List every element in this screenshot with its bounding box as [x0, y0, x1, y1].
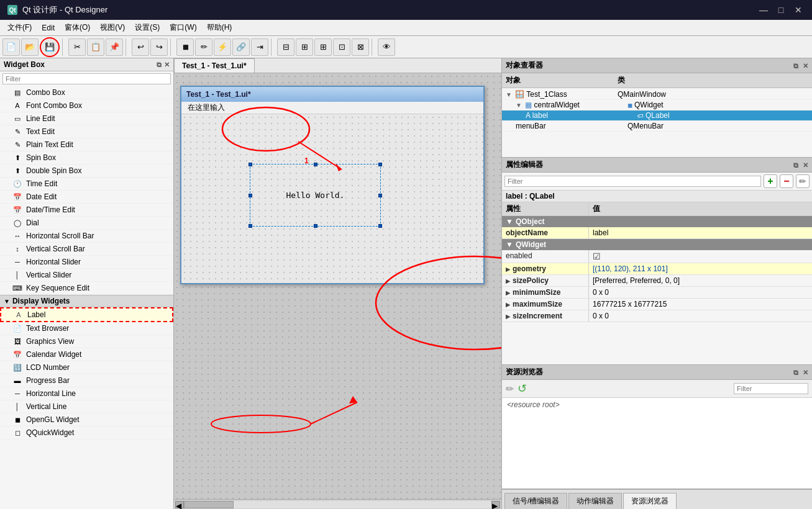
expand-minsize[interactable]: ▶: [506, 290, 510, 296]
expand-sizepolicy[interactable]: ▶: [506, 278, 510, 284]
list-item[interactable]: ↔ Horizontal Scroll Bar: [0, 230, 173, 243]
toolbar-redo[interactable]: ↪: [150, 38, 168, 56]
toolbar-tab-mode[interactable]: ⇥: [251, 38, 268, 56]
list-item[interactable]: ⬆ Double Spin Box: [0, 164, 173, 178]
handle-mid-right[interactable]: [378, 194, 382, 197]
form-window[interactable]: Test_1 - Test_1.ui* 在这里输入: [180, 86, 485, 284]
list-item[interactable]: ─ Horizontal Slider: [0, 256, 173, 269]
handle-top-mid[interactable]: [314, 163, 317, 166]
toolbar-paste[interactable]: 📌: [106, 38, 123, 56]
toolbar-layout-v[interactable]: ⊞: [296, 38, 313, 56]
tab-resource-browser[interactable]: 资源浏览器: [623, 493, 677, 509]
inspector-close-btn[interactable]: ✕: [803, 62, 808, 70]
toolbar-undo[interactable]: ↩: [132, 38, 149, 56]
expand-icon-central[interactable]: ▼: [516, 102, 522, 109]
list-item[interactable]: 🖼 Graphics View: [0, 335, 173, 348]
prop-value-sizepolicy[interactable]: [Preferred, Preferred, 0, 0]: [589, 275, 812, 286]
obj-row-main[interactable]: ▼ 🪟 Test_1Class QMainWindow: [502, 89, 812, 100]
prop-value-enabled[interactable]: ☑: [589, 250, 812, 263]
list-item[interactable]: A Font Combo Box: [0, 99, 173, 112]
toolbar-cut[interactable]: ✂: [68, 38, 86, 56]
scrollbar-thumb-h[interactable]: [184, 501, 234, 508]
prop-editor-close-btn[interactable]: ✕: [803, 161, 808, 169]
list-item[interactable]: ▤ Combo Box: [0, 86, 173, 99]
list-item-label[interactable]: A Label: [0, 307, 173, 322]
list-item[interactable]: ⬆ Spin Box: [0, 151, 173, 164]
prop-add-btn[interactable]: +: [764, 174, 777, 188]
menu-help[interactable]: 帮助(H): [202, 21, 237, 35]
prop-row-enabled[interactable]: enabled ☑: [502, 250, 812, 263]
res-pencil-btn[interactable]: ✏: [506, 383, 514, 395]
menu-window[interactable]: 窗口(W): [165, 21, 201, 35]
toolbar-copy[interactable]: 📋: [87, 38, 104, 56]
toolbar-save[interactable]: 💾: [40, 37, 60, 57]
handle-mid-left[interactable]: [249, 194, 252, 197]
obj-row-label[interactable]: A label 🏷 QLabel: [502, 110, 812, 121]
category-display-widgets[interactable]: ▼ Display Widgets: [0, 295, 173, 307]
menu-view[interactable]: 视图(V): [95, 21, 130, 35]
toolbar-open[interactable]: 📂: [21, 38, 39, 56]
maximize-button[interactable]: □: [775, 4, 787, 16]
inspector-float-btn[interactable]: ⧉: [793, 62, 798, 70]
toolbar-edit-mode[interactable]: ✏: [195, 38, 212, 56]
list-item[interactable]: ↕ Vertical Scroll Bar: [0, 243, 173, 256]
tab-action-editor[interactable]: 动作编辑器: [568, 493, 622, 509]
list-item[interactable]: 📅 Calendar Widget: [0, 348, 173, 361]
prop-row-geometry[interactable]: ▶geometry [(110, 120), 211 x 101]: [502, 263, 812, 275]
list-item[interactable]: ◼ OpenGL Widget: [0, 413, 173, 426]
prop-row-objectname[interactable]: objectName label: [502, 227, 812, 239]
enabled-checkbox[interactable]: ☑: [593, 251, 601, 261]
toolbar-layout-form[interactable]: ⊡: [333, 38, 350, 56]
close-button[interactable]: ✕: [792, 4, 805, 16]
toolbar-signal-mode[interactable]: ⚡: [214, 38, 231, 56]
scrollbar-left-btn[interactable]: ◀: [175, 501, 184, 508]
list-item[interactable]: ▭ Line Edit: [0, 112, 173, 125]
form-menu-placeholder[interactable]: 在这里输入: [184, 102, 229, 114]
list-item[interactable]: ✎ Plain Text Edit: [0, 138, 173, 151]
prop-editor-float-btn[interactable]: ⧉: [793, 161, 798, 169]
handle-top-left[interactable]: [249, 163, 252, 166]
scrollbar-right-btn[interactable]: ▶: [491, 501, 500, 508]
prop-row-sizeincrement[interactable]: ▶sizeIncrement 0 x 0: [502, 310, 812, 322]
list-item[interactable]: 📅 Date Edit: [0, 191, 173, 204]
prop-row-minsize[interactable]: ▶minimumSize 0 x 0: [502, 287, 812, 299]
res-browser-close-btn[interactable]: ✕: [803, 369, 808, 376]
toolbar-layout-h[interactable]: ⊟: [277, 38, 294, 56]
prop-value-maxsize[interactable]: 16777215 x 16777215: [589, 299, 812, 310]
obj-row-menubar[interactable]: menuBar QMenuBar: [502, 121, 812, 132]
expand-geometry[interactable]: ▶: [506, 266, 510, 273]
toolbar-break-layout[interactable]: ⊠: [352, 38, 369, 56]
toolbar-new[interactable]: 📄: [2, 38, 20, 56]
list-item[interactable]: ◻ QQuickWidget: [0, 426, 173, 439]
handle-bot-right[interactable]: [378, 224, 382, 228]
widget-filter-input[interactable]: [2, 73, 171, 84]
widget-box-close[interactable]: ✕: [164, 61, 170, 69]
menu-file[interactable]: 文件(F): [2, 21, 37, 35]
expand-maxsize[interactable]: ▶: [506, 302, 510, 308]
expand-icon[interactable]: ▼: [506, 91, 512, 98]
menu-form[interactable]: 窗体(O): [60, 21, 95, 35]
handle-top-right[interactable]: [378, 163, 382, 166]
designer-tab-item[interactable]: Test_1 - Test_1.ui*: [174, 58, 255, 73]
canvas-content[interactable]: Test_1 - Test_1.ui* 在这里输入: [174, 73, 501, 499]
menu-edit[interactable]: Edit: [37, 21, 60, 35]
prop-edit-btn[interactable]: ✏: [796, 174, 810, 188]
list-item[interactable]: ─ Horizontal Line: [0, 387, 173, 400]
prop-value-sizeincrement[interactable]: 0 x 0: [589, 310, 812, 322]
handle-bot-left[interactable]: [249, 224, 252, 228]
list-item[interactable]: ✎ Text Edit: [0, 125, 173, 138]
canvas-scrollbar-h[interactable]: ◀ ▶: [174, 499, 501, 509]
list-item[interactable]: 🔢 LCD Number: [0, 361, 173, 374]
toolbar-buddy-mode[interactable]: 🔗: [232, 38, 250, 56]
toolbar-widget-mode[interactable]: ▦: [176, 38, 194, 56]
menu-settings[interactable]: 设置(S): [130, 21, 165, 35]
res-filter-input[interactable]: [734, 383, 808, 394]
prop-row-maxsize[interactable]: ▶maximumSize 16777215 x 16777215: [502, 299, 812, 310]
list-item[interactable]: ⌨ Key Sequence Edit: [0, 282, 173, 295]
handle-bot-mid[interactable]: [314, 224, 317, 228]
list-item[interactable]: ◯ Dial: [0, 217, 173, 230]
minimize-button[interactable]: —: [757, 4, 770, 16]
expand-sizeincrement[interactable]: ▶: [506, 313, 510, 320]
prop-value-geometry[interactable]: [(110, 120), 211 x 101]: [589, 263, 812, 274]
widget-box-float[interactable]: ⧉: [157, 61, 162, 69]
